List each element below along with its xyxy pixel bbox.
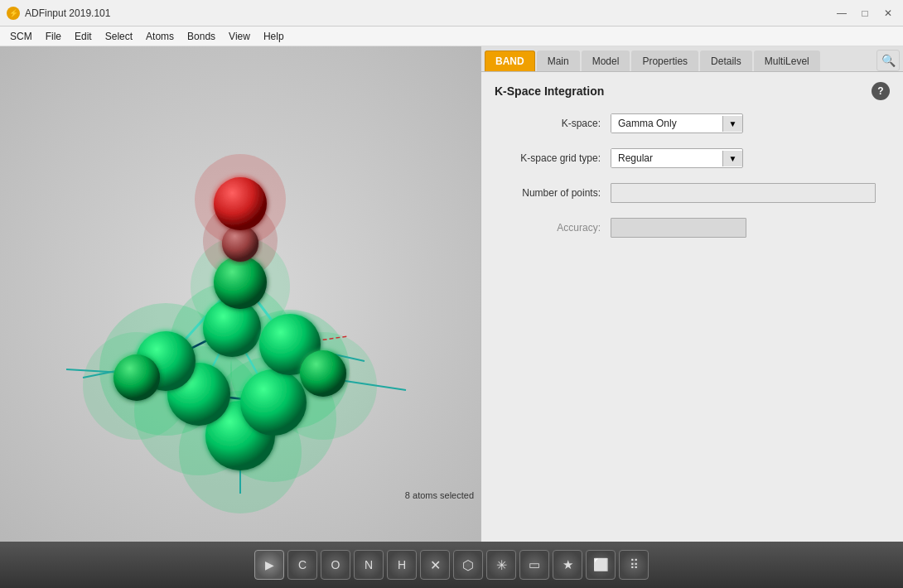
menu-file[interactable]: File: [39, 29, 68, 44]
molecule-viewer: [0, 46, 480, 542]
menu-select[interactable]: Select: [99, 29, 139, 44]
accuracy-row: Accuracy:: [495, 218, 890, 238]
right-panel: BAND Main Model Properties Details Multi…: [480, 46, 903, 542]
num-points-label: Number of points:: [495, 187, 611, 199]
frame-tool-button[interactable]: ⬜: [586, 550, 616, 580]
kspace-grid-row: K-space grid type: Regular ▼: [495, 148, 890, 168]
panel-title: K-Space Integration: [495, 84, 604, 98]
kspace-label: K-space:: [495, 118, 611, 129]
cursor-tool-button[interactable]: ▶: [254, 550, 284, 580]
box-tool-button[interactable]: ▭: [519, 550, 549, 580]
carbon-tool-button[interactable]: C: [287, 550, 317, 580]
kspace-value: Gamma Only: [611, 114, 722, 133]
kspace-grid-dropdown[interactable]: Regular ▼: [611, 148, 743, 168]
svg-point-38: [300, 350, 346, 397]
menu-atoms[interactable]: Atoms: [139, 29, 181, 44]
svg-point-40: [222, 225, 258, 262]
viewer-area[interactable]: 8 atoms selected: [0, 46, 480, 542]
tab-details[interactable]: Details: [700, 51, 752, 71]
kspace-grid-dropdown-arrow[interactable]: ▼: [722, 151, 742, 166]
num-points-row: Number of points:: [495, 183, 890, 203]
bottom-toolbar: ▶ C O N H ✕ ⬡ ✳ ▭ ★ ⬜ ⠿: [0, 542, 903, 588]
close-button[interactable]: ✕: [880, 5, 896, 22]
app-icon: ⚡: [7, 7, 20, 20]
tab-search-button[interactable]: 🔍: [876, 50, 900, 71]
kspace-dropdown-arrow[interactable]: ▼: [722, 116, 742, 132]
help-button[interactable]: ?: [872, 82, 890, 100]
panel-title-row: K-Space Integration ?: [495, 82, 890, 100]
panel-content: K-Space Integration ? K-space: Gamma Onl…: [481, 72, 903, 542]
hydrogen-tool-button[interactable]: H: [387, 550, 417, 580]
kspace-row: K-space: Gamma Only ▼: [495, 113, 890, 133]
menu-bar: SCM File Edit Select Atoms Bonds View He…: [0, 27, 903, 46]
svg-point-41: [214, 177, 267, 230]
main-container: 8 atoms selected BAND Main Model Propert…: [0, 46, 903, 542]
tab-model[interactable]: Model: [582, 51, 630, 71]
tab-band[interactable]: BAND: [485, 51, 535, 71]
menu-help[interactable]: Help: [257, 29, 291, 44]
maximize-button[interactable]: □: [857, 5, 873, 22]
svg-point-37: [113, 354, 160, 401]
tabs-bar: BAND Main Model Properties Details Multi…: [481, 46, 903, 72]
svg-point-39: [214, 256, 267, 309]
accuracy-label: Accuracy:: [495, 222, 611, 234]
menu-scm[interactable]: SCM: [3, 29, 39, 44]
title-bar: ⚡ ADFinput 2019.101 — □ ✕: [0, 0, 903, 27]
accuracy-input: [611, 218, 746, 238]
app-title: ADFinput 2019.101: [25, 7, 110, 19]
svg-point-33: [240, 369, 307, 436]
menu-edit[interactable]: Edit: [68, 29, 99, 44]
tab-main[interactable]: Main: [537, 51, 580, 71]
oxygen-tool-button[interactable]: O: [321, 550, 350, 580]
nitrogen-tool-button[interactable]: N: [354, 550, 384, 580]
minimize-button[interactable]: —: [833, 5, 850, 22]
tab-properties[interactable]: Properties: [631, 51, 698, 71]
crystal-tool-button[interactable]: ✳: [486, 550, 516, 580]
menu-bonds[interactable]: Bonds: [181, 29, 222, 44]
kspace-dropdown[interactable]: Gamma Only ▼: [611, 113, 743, 133]
tab-multilevel[interactable]: MultiLevel: [754, 51, 820, 71]
kspace-grid-value: Regular: [611, 149, 722, 167]
star-tool-button[interactable]: ★: [553, 550, 582, 580]
svg-point-35: [203, 299, 261, 357]
menu-view[interactable]: View: [222, 29, 257, 44]
num-points-input[interactable]: [611, 183, 876, 203]
ring-tool-button[interactable]: ⬡: [453, 550, 483, 580]
atoms-selected-status: 8 atoms selected: [405, 490, 474, 500]
dots-tool-button[interactable]: ⠿: [619, 550, 649, 580]
kspace-grid-label: K-space grid type:: [495, 152, 611, 164]
delete-tool-button[interactable]: ✕: [420, 550, 450, 580]
